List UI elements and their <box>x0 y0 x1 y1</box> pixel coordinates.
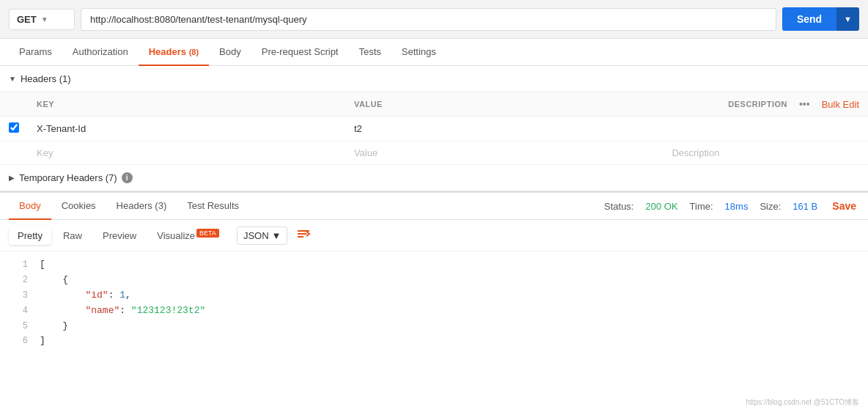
response-tab-headers[interactable]: Headers (3) <box>106 193 177 220</box>
code-line-6: 6 ] <box>0 334 868 349</box>
headers-table: KEY VALUE DESCRIPTION ••• Bulk Edit <box>0 92 868 165</box>
json-format-select[interactable]: JSON ▼ <box>237 227 288 245</box>
temp-headers-label: Temporary Headers (7) <box>19 172 117 183</box>
response-tab-body[interactable]: Body <box>9 193 51 220</box>
size-value: 161 B <box>792 201 817 212</box>
format-tab-preview[interactable]: Preview <box>94 227 145 245</box>
code-line-4: 4 "name": "123123!23t2" <box>0 304 868 319</box>
key-input[interactable] <box>37 123 336 134</box>
placeholder-checkbox-cell <box>0 141 28 165</box>
send-dropdown-button[interactable]: ▼ <box>836 7 859 31</box>
tab-tests[interactable]: Tests <box>348 39 391 66</box>
headers-collapsible[interactable]: ▼ Headers (1) <box>0 66 868 92</box>
url-input[interactable] <box>81 8 776 31</box>
format-bar: Pretty Raw Preview VisualizeBETA JSON ▼ <box>0 220 868 251</box>
method-chevron-icon: ▼ <box>41 15 48 23</box>
th-value: VALUE <box>345 92 663 117</box>
request-tabs: Params Authorization Headers (8) Body Pr… <box>0 39 868 66</box>
headers-section-title: Headers (1) <box>21 73 71 84</box>
th-key: KEY <box>28 92 345 117</box>
row-checkbox-cell <box>0 117 28 141</box>
value-cell <box>345 117 663 141</box>
code-line-1: 1 [ <box>0 257 868 273</box>
headers-section: ▼ Headers (1) KEY VALUE DESCRIPTION ••• … <box>0 66 868 191</box>
status-badge: 200 OK <box>645 201 677 212</box>
tab-authorization[interactable]: Authorization <box>62 39 139 66</box>
temp-headers-expand-icon: ▶ <box>9 174 15 182</box>
response-tab-cookies[interactable]: Cookies <box>51 193 106 220</box>
code-line-3: 3 "id": 1, <box>0 288 868 304</box>
tab-body[interactable]: Body <box>209 39 251 66</box>
tab-params[interactable]: Params <box>9 39 62 66</box>
response-meta: Status: 200 OK Time: 18ms Size: 161 B Sa… <box>604 200 859 212</box>
temp-headers-row[interactable]: ▶ Temporary Headers (7) i <box>0 165 868 191</box>
send-button[interactable]: Send <box>782 7 836 31</box>
response-tab-test-results[interactable]: Test Results <box>177 193 249 220</box>
row-checkbox[interactable] <box>9 122 19 133</box>
tab-settings[interactable]: Settings <box>391 39 446 66</box>
format-tab-raw[interactable]: Raw <box>54 227 91 245</box>
top-bar: GET ▼ Send ▼ <box>0 0 868 39</box>
json-dropdown-icon: ▼ <box>272 230 282 241</box>
table-row <box>0 117 868 141</box>
send-button-group: Send ▼ <box>782 7 859 31</box>
desc-cell <box>663 117 868 141</box>
wrap-button[interactable] <box>296 228 311 243</box>
code-line-2: 2 { <box>0 273 868 288</box>
bulk-edit-button[interactable]: Bulk Edit <box>822 99 859 110</box>
placeholder-key-cell: Key <box>28 141 345 165</box>
format-tab-pretty[interactable]: Pretty <box>9 227 51 245</box>
tab-prerequest[interactable]: Pre-request Script <box>251 39 349 66</box>
tab-headers[interactable]: Headers (8) <box>139 39 209 66</box>
info-icon: i <box>122 172 133 183</box>
code-line-5: 5 } <box>0 319 868 334</box>
th-desc: DESCRIPTION ••• Bulk Edit <box>663 92 868 117</box>
beta-badge: BETA <box>196 229 219 238</box>
time-value: 18ms <box>725 201 749 212</box>
response-section: Body Cookies Headers (3) Test Results St… <box>0 191 868 355</box>
method-select[interactable]: GET ▼ <box>9 9 75 30</box>
value-input[interactable] <box>354 123 655 134</box>
placeholder-row: Key Value Description <box>0 141 868 165</box>
more-options-button[interactable]: ••• <box>796 97 813 111</box>
key-cell <box>28 117 345 141</box>
collapse-icon: ▼ <box>9 75 16 83</box>
response-tabs-row: Body Cookies Headers (3) Test Results St… <box>0 193 868 220</box>
desc-input[interactable] <box>672 123 859 134</box>
format-tab-visualize[interactable]: VisualizeBETA <box>148 226 228 245</box>
save-button[interactable]: Save <box>829 200 859 212</box>
code-area: 1 [ 2 { 3 "id": 1, 4 "name": "123123!23t… <box>0 251 868 355</box>
placeholder-value-cell: Value <box>345 141 663 165</box>
placeholder-desc-cell: Description <box>663 141 868 165</box>
th-checkbox <box>0 92 28 117</box>
method-label: GET <box>17 14 37 25</box>
